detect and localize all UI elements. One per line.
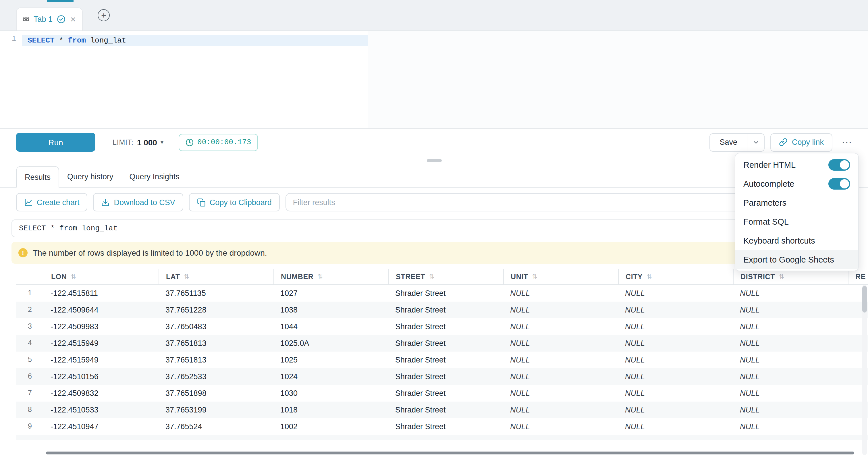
menu-item-parameters[interactable]: Parameters: [735, 193, 858, 212]
table-row[interactable]: 1-122.451581137.76511351027Shrader Stree…: [16, 285, 868, 302]
query-toolbar: Run LIMIT: 1 000 ▾ 00:00:00.173 Save Cop…: [0, 129, 868, 156]
table-row[interactable]: 2-122.450964437.76512281038Shrader Stree…: [16, 302, 868, 318]
table-cell: -122.4509983: [44, 318, 159, 335]
more-options-button[interactable]: ⋯: [838, 133, 855, 151]
save-button[interactable]: Save: [709, 133, 748, 151]
save-split-button: Save: [709, 133, 765, 151]
menu-item-export-google-sheets[interactable]: Export to Google Sheets: [735, 250, 858, 269]
table-cell: -122.4509832: [44, 385, 159, 401]
warning-icon: !: [19, 248, 28, 257]
copy-link-button[interactable]: Copy link: [771, 133, 832, 151]
row-number: 1: [16, 285, 44, 302]
table-cell: NULL: [733, 335, 848, 352]
download-csv-button[interactable]: Download to CSV: [93, 193, 183, 211]
sort-icon[interactable]: ⇅: [71, 273, 76, 280]
limit-dropdown[interactable]: LIMIT: 1 000 ▾: [113, 138, 163, 147]
code-line[interactable]: SELECT * from long_lat: [22, 35, 368, 46]
elapsed-time: 00:00:00.173: [197, 138, 251, 147]
splitter-drag-handle[interactable]: [427, 159, 441, 162]
column-header-lon[interactable]: LON⇅: [44, 269, 159, 284]
table-cell: NULL: [733, 285, 848, 302]
table-row[interactable]: 10-122.451094737.7655241000Shrader Stree…: [16, 435, 868, 440]
sql-preview: SELECT * from long_lat: [11, 219, 857, 237]
table-cell: NULL: [618, 352, 733, 368]
menu-item-format-sql[interactable]: Format SQL: [735, 212, 858, 231]
menu-item-label: Export to Google Sheets: [743, 255, 834, 264]
column-header-district[interactable]: DISTRICT⇅: [733, 269, 848, 284]
limit-label: LIMIT:: [113, 138, 133, 146]
row-number: 4: [16, 335, 44, 352]
table-cell: NULL: [503, 302, 618, 318]
sql-editor[interactable]: 1 SELECT * from long_lat: [0, 31, 868, 129]
tab-label: Tab 1: [34, 15, 53, 24]
save-options-button[interactable]: [748, 133, 765, 151]
table-cell: 37.7651813: [159, 352, 273, 368]
column-header-re[interactable]: RE⇅: [848, 269, 868, 284]
table-cell: NULL: [733, 418, 848, 435]
copy-to-clipboard-button[interactable]: Copy to Clipboard: [189, 193, 280, 211]
table-row[interactable]: 5-122.451594937.76518131025Shrader Stree…: [16, 352, 868, 368]
table-cell: NULL: [618, 302, 733, 318]
table-cell: Shrader Street: [388, 435, 503, 440]
add-tab-button[interactable]: +: [98, 9, 110, 21]
toggle-knob: [840, 160, 849, 169]
menu-item-autocomplete[interactable]: Autocomplete: [735, 174, 858, 193]
tab-results[interactable]: Results: [16, 166, 59, 188]
table-row[interactable]: 6-122.451015637.76525331024Shrader Stree…: [16, 368, 868, 385]
table-cell: NULL: [618, 385, 733, 401]
table-row[interactable]: 3-122.450998337.76504831044Shrader Stree…: [16, 318, 868, 335]
sort-icon[interactable]: ⇅: [184, 273, 190, 280]
table-cell: Shrader Street: [388, 385, 503, 401]
code-area[interactable]: SELECT * from long_lat: [22, 31, 368, 128]
column-header-lat[interactable]: LAT⇅: [159, 269, 273, 284]
autocomplete-toggle[interactable]: [828, 178, 850, 189]
menu-item-keyboard-shortcuts[interactable]: Keyboard shortcuts: [735, 231, 858, 250]
tab-query-insights[interactable]: Query Insights: [122, 165, 188, 187]
table-row[interactable]: 4-122.451594937.76518131025.0AShrader St…: [16, 335, 868, 352]
vertical-scrollbar-thumb[interactable]: [862, 286, 867, 312]
tab-query-history[interactable]: Query history: [59, 165, 122, 187]
drag-handle-icon[interactable]: ➿: [22, 17, 30, 22]
sort-icon[interactable]: ⇅: [429, 273, 435, 280]
sort-icon[interactable]: ⇅: [779, 273, 784, 280]
create-chart-button[interactable]: Create chart: [16, 193, 88, 211]
column-header-city[interactable]: CITY⇅: [618, 269, 733, 284]
table-cell: 1025: [273, 352, 388, 368]
table-cell: NULL: [733, 368, 848, 385]
menu-item-render-html[interactable]: Render HTML: [735, 155, 858, 174]
download-icon: [101, 198, 110, 207]
table-row[interactable]: 9-122.451094737.7655241002Shrader Street…: [16, 418, 868, 435]
table-cell: -122.4510156: [44, 368, 159, 385]
run-button[interactable]: Run: [16, 133, 95, 152]
sort-icon[interactable]: ⇅: [532, 273, 538, 280]
table-cell: 1018: [273, 401, 388, 418]
horizontal-scrollbar-thumb[interactable]: [46, 452, 854, 454]
table-cell: Shrader Street: [388, 368, 503, 385]
table-cell: -122.4509644: [44, 302, 159, 318]
table-cell: NULL: [618, 368, 733, 385]
tab-1[interactable]: ➿ Tab 1 ×: [16, 7, 83, 30]
column-header-unit[interactable]: UNIT⇅: [503, 269, 618, 284]
sql-text: long_lat: [86, 36, 126, 45]
sort-icon[interactable]: ⇅: [647, 273, 652, 280]
close-tab-icon[interactable]: ×: [70, 14, 76, 24]
clock-icon: [185, 138, 193, 146]
table-row[interactable]: 8-122.451053337.76531991018Shrader Stree…: [16, 401, 868, 418]
table-row[interactable]: 7-122.450983237.76518981030Shrader Stree…: [16, 385, 868, 401]
row-number: 3: [16, 318, 44, 335]
row-number: 9: [16, 418, 44, 435]
column-header-street[interactable]: STREET⇅: [388, 269, 503, 284]
query-timer: 00:00:00.173: [178, 133, 258, 151]
editor-pane[interactable]: 1 SELECT * from long_lat: [0, 31, 368, 128]
sort-icon[interactable]: ⇅: [317, 273, 323, 280]
table-cell: NULL: [618, 318, 733, 335]
copy-icon: [197, 198, 206, 207]
menu-item-label: Keyboard shortcuts: [743, 236, 815, 245]
options-menu: Render HTML Autocomplete Parameters Form…: [735, 153, 859, 271]
column-label: LAT: [166, 273, 180, 281]
table-cell: Shrader Street: [388, 285, 503, 302]
render-html-toggle[interactable]: [828, 159, 850, 170]
link-icon: [779, 138, 788, 147]
column-header-number[interactable]: NUMBER⇅: [273, 269, 388, 284]
sql-keyword: SELECT: [28, 36, 55, 45]
